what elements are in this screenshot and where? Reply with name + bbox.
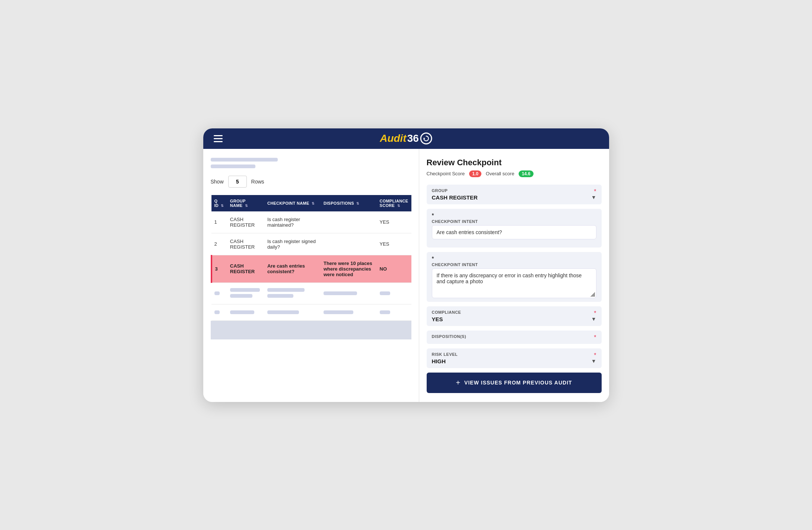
cell-placeholder <box>264 304 321 320</box>
cell-group-name: CASH REGISTER <box>227 211 264 233</box>
filter-placeholder-2 <box>211 165 255 168</box>
group-value: CASH REGISTER <box>432 194 478 201</box>
cell-group-name: CASH REGISTER <box>227 255 264 282</box>
compliance-label: COMPLIANCE <box>432 310 596 315</box>
filter-bar <box>211 158 411 168</box>
checkpoint-score-label: Checkpoint Score <box>427 171 465 176</box>
required-star: * <box>594 334 596 341</box>
group-dropdown[interactable]: CASH REGISTER ▼ <box>432 194 596 201</box>
cell-compliance-score: YES <box>377 211 411 233</box>
compliance-value: YES <box>432 316 443 322</box>
table-header: QID ⇅ GROUPNAME ⇅ CHECKPOINT NAME ⇅ DISP… <box>211 195 411 211</box>
checkpoint-intent-2-value[interactable]: If there is any discrepancy or error in … <box>432 268 596 298</box>
checkpoint-intent-1-value[interactable]: Are cash entries consistent? <box>432 225 596 239</box>
cell-placeholder <box>321 304 377 320</box>
checkpoint-intent-2-section: * CHECKPOINT INTENT If there is any disc… <box>427 252 602 302</box>
show-label: Show <box>211 179 224 185</box>
cell-placeholder <box>227 304 264 320</box>
chevron-down-icon: ▼ <box>591 316 596 322</box>
risk-label: RISK LEVEL <box>432 352 596 357</box>
cell-checkpoint-name: Is cash register signed daily? <box>264 233 321 255</box>
logo-audit-text: Audit <box>380 132 407 144</box>
cell-dispositions <box>321 211 377 233</box>
score-row: Checkpoint Score 1.0 Overall score 14.6 <box>427 170 602 177</box>
table-row-active[interactable]: 3 CASH REGISTER Are cash entries consist… <box>211 255 411 282</box>
col-checkpoint-name: CHECKPOINT NAME ⇅ <box>264 195 321 211</box>
cell-compliance-score: NO <box>377 255 411 282</box>
disposition-section: * DISPOSITION(S) <box>427 331 602 344</box>
cell-q-id: 2 <box>211 233 227 255</box>
resize-handle-icon <box>590 292 595 297</box>
app-logo: Audit 36 <box>380 132 432 144</box>
cell-checkpoint-name: Are cash entries consistent? <box>264 255 321 282</box>
view-issues-label: VIEW ISSUES FROM PREVIOUS AUDIT <box>464 380 572 386</box>
required-star: * <box>594 310 596 317</box>
device-frame: Audit 36 Show Rows <box>203 128 609 402</box>
cell-placeholder <box>377 282 411 304</box>
logo-icon <box>420 132 432 144</box>
cell-q-id: 3 <box>211 255 227 282</box>
left-panel: Show Rows QID ⇅ GROUPNAME ⇅ CHECKPOINT N… <box>203 149 419 402</box>
table-body: 1 CASH REGISTER Is cash register maintai… <box>211 211 411 321</box>
chevron-down-icon: ▼ <box>591 194 596 200</box>
col-group-name: GROUPNAME ⇅ <box>227 195 264 211</box>
table-row-placeholder <box>211 282 411 304</box>
main-content: Show Rows QID ⇅ GROUPNAME ⇅ CHECKPOINT N… <box>203 149 609 402</box>
risk-section: * RISK LEVEL HIGH ▼ <box>427 348 602 368</box>
review-title: Review Checkpoint <box>427 158 602 167</box>
right-panel: Review Checkpoint Checkpoint Score 1.0 O… <box>419 149 609 402</box>
table-row-placeholder <box>211 304 411 320</box>
checkpoint-score-badge: 1.0 <box>469 170 481 177</box>
overall-score-label: Overall score <box>486 171 515 176</box>
rows-control: Show Rows <box>211 176 411 188</box>
col-dispositions: DISPOSITIONS ⇅ <box>321 195 377 211</box>
cell-group-name: CASH REGISTER <box>227 233 264 255</box>
cell-placeholder <box>211 282 227 304</box>
col-q-id: QID ⇅ <box>211 195 227 211</box>
hamburger-menu[interactable] <box>214 135 223 142</box>
required-star: * <box>594 352 596 359</box>
col-compliance-score: COMPLIANCESCORE ⇅ <box>377 195 411 211</box>
app-header: Audit 36 <box>203 128 609 149</box>
cell-compliance-score: YES <box>377 233 411 255</box>
checkpoint-intent-1-section: * CHECKPOINT INTENT Are cash entries con… <box>427 209 602 248</box>
table-row[interactable]: 1 CASH REGISTER Is cash register maintai… <box>211 211 411 233</box>
logo-360-text: 36 <box>407 132 419 144</box>
data-table: QID ⇅ GROUPNAME ⇅ CHECKPOINT NAME ⇅ DISP… <box>211 195 411 321</box>
group-label: GROUP <box>432 188 596 193</box>
cell-checkpoint-name: Is cash register maintained? <box>264 211 321 233</box>
risk-value: HIGH <box>432 358 446 364</box>
table-row[interactable]: 2 CASH REGISTER Is cash register signed … <box>211 233 411 255</box>
cell-placeholder <box>264 282 321 304</box>
svg-marker-0 <box>424 137 426 139</box>
cell-dispositions <box>321 233 377 255</box>
plus-icon: + <box>456 379 461 387</box>
rows-input[interactable] <box>228 176 247 188</box>
rows-label: Rows <box>251 179 264 185</box>
cell-placeholder <box>211 304 227 320</box>
checkpoint-intent-2-label: CHECKPOINT INTENT <box>432 262 596 267</box>
cell-dispositions: There were 10 places where discrepancies… <box>321 255 377 282</box>
cell-placeholder <box>227 282 264 304</box>
checkpoint-intent-1-label: CHECKPOINT INTENT <box>432 219 596 224</box>
cell-placeholder <box>377 304 411 320</box>
textarea-wrapper: If there is any discrepancy or error in … <box>432 268 596 298</box>
required-star: * <box>594 188 596 195</box>
disposition-label: DISPOSITION(S) <box>432 334 596 339</box>
cell-placeholder <box>321 282 377 304</box>
compliance-section: * COMPLIANCE YES ▼ <box>427 306 602 326</box>
filter-placeholder-1 <box>211 158 278 162</box>
required-star: * <box>432 213 434 219</box>
required-star: * <box>432 256 434 262</box>
table-footer <box>211 321 411 339</box>
view-issues-button[interactable]: + VIEW ISSUES FROM PREVIOUS AUDIT <box>427 373 602 393</box>
group-section: * GROUP CASH REGISTER ▼ <box>427 185 602 204</box>
cell-q-id: 1 <box>211 211 227 233</box>
risk-dropdown[interactable]: HIGH ▼ <box>432 358 596 364</box>
compliance-dropdown[interactable]: YES ▼ <box>432 316 596 322</box>
chevron-down-icon: ▼ <box>591 358 596 364</box>
overall-score-badge: 14.6 <box>519 170 533 177</box>
